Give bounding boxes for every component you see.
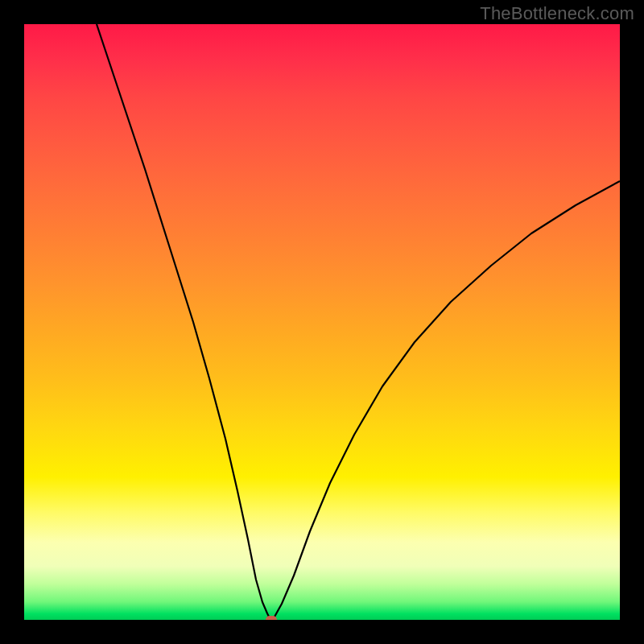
curve-path xyxy=(97,24,620,620)
optimal-marker xyxy=(266,616,277,620)
plot-area xyxy=(24,24,620,620)
bottleneck-curve xyxy=(24,24,620,620)
watermark-text: TheBottleneck.com xyxy=(480,3,634,24)
